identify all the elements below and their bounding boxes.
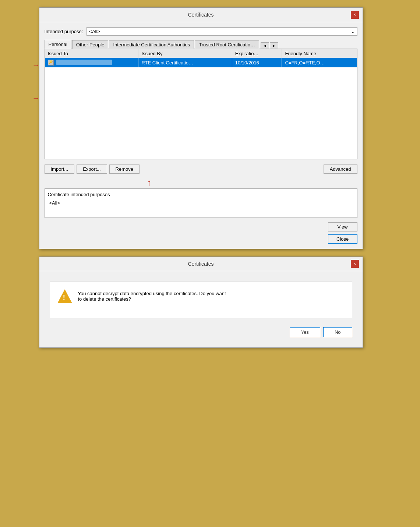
cert-table-container: Issued To Issued By Expiratio… Friendly … — [45, 49, 357, 159]
cell-issued-by: RTE Client Certificatio… — [138, 58, 232, 67]
confirm-message-line2: to delete the certificates? — [78, 296, 226, 302]
confirm-message-line1: You cannot decrypt data encrypted using … — [78, 291, 226, 296]
certificates-dialog-1: Certificates × Intended purpose: <All> ⌄… — [39, 7, 363, 249]
cert-table: Issued To Issued By Expiratio… Friendly … — [45, 49, 357, 67]
col-issued-by[interactable]: Issued By — [138, 49, 232, 58]
cert-purposes-section: Certificate intended purposes <All> — [45, 188, 357, 218]
up-arrow-icon: ↑ — [147, 178, 152, 187]
dialog-2-titlebar: Certificates × — [39, 257, 363, 271]
dialog-2-close-button[interactable]: × — [351, 260, 359, 268]
arrow-to-remove: ↑ — [0, 178, 357, 187]
main-wrapper: → → Certificates × Intended purpose: <Al… — [17, 7, 403, 348]
cert-purposes-title: Certificate intended purposes — [48, 192, 354, 197]
dialog-1-close-button[interactable]: × — [351, 11, 359, 19]
close-button[interactable]: Close — [328, 234, 357, 244]
intended-purpose-select[interactable]: <All> ⌄ — [87, 27, 357, 36]
tab-trusted-root[interactable]: Trusted Root Certificatio… — [195, 40, 259, 49]
dialog-1-body: Intended purpose: <All> ⌄ Personal Other… — [39, 22, 363, 249]
confirm-message-text: You cannot decrypt data encrypted using … — [78, 289, 226, 302]
cert-purposes-value: <All> — [48, 199, 354, 206]
tab-other-people[interactable]: Other People — [72, 40, 109, 49]
tab-intermediate-ca-label: Intermediate Certification Authorities — [113, 42, 190, 47]
table-row[interactable]: 🔑 ████████████ RTE Client Certificatio… … — [45, 58, 357, 67]
export-button[interactable]: Export... — [77, 165, 107, 174]
close-button-row: Close — [45, 234, 357, 244]
dialog-2-title: Certificates — [148, 261, 254, 267]
dialog-1-title: Certificates — [148, 12, 254, 18]
action-buttons-row: Import... Export... Remove Advanced — [45, 165, 357, 174]
tab-personal-label: Personal — [49, 42, 67, 47]
view-button[interactable]: View — [328, 222, 357, 231]
cell-friendly-name: C=FR,O=RTE,O… — [282, 58, 357, 67]
dropdown-chevron-icon: ⌄ — [351, 29, 355, 34]
intended-purpose-value: <All> — [89, 29, 100, 34]
col-issued-to[interactable]: Issued To — [45, 49, 138, 58]
tab-intermediate-ca[interactable]: Intermediate Certification Authorities — [109, 40, 194, 49]
tab-personal[interactable]: Personal — [45, 40, 71, 49]
tab-other-people-label: Other People — [76, 42, 105, 47]
tab-scroll-right-button[interactable]: ► — [270, 42, 278, 49]
intended-purpose-label: Intended purpose: — [45, 29, 83, 34]
table-header-row: Issued To Issued By Expiratio… Friendly … — [45, 49, 357, 58]
intended-purpose-row: Intended purpose: <All> ⌄ — [45, 27, 357, 36]
import-button[interactable]: Import... — [45, 165, 75, 174]
confirm-buttons-row: Yes No — [45, 323, 357, 342]
tab-trusted-root-label: Trusted Root Certificatio… — [199, 42, 255, 47]
col-expiration[interactable]: Expiratio… — [232, 49, 282, 58]
tab-scroll-left-button[interactable]: ◄ — [261, 42, 269, 49]
tabs-container: Personal Other People Intermediate Certi… — [45, 39, 357, 49]
issued-to-value: ████████████ — [56, 60, 112, 65]
col-friendly-name[interactable]: Friendly Name — [282, 49, 357, 58]
yes-button[interactable]: Yes — [290, 327, 320, 337]
arrow-to-personal-tab: → — [32, 61, 40, 69]
arrow-to-cert-row: → — [32, 94, 40, 102]
view-button-row: View — [45, 222, 357, 231]
remove-button[interactable]: Remove — [109, 165, 140, 174]
dialog-1-titlebar: Certificates × — [39, 8, 363, 22]
warning-icon: ! — [57, 289, 72, 304]
no-button[interactable]: No — [323, 327, 352, 337]
dialog-2-body: ! You cannot decrypt data encrypted usin… — [39, 271, 363, 347]
certificates-dialog-2: Certificates × ! You cannot decrypt data… — [39, 257, 363, 348]
cell-issued-to: 🔑 ████████████ — [45, 58, 138, 67]
advanced-button[interactable]: Advanced — [324, 165, 357, 174]
confirm-message-area: ! You cannot decrypt data encrypted usin… — [50, 282, 352, 318]
cert-icon: 🔑 — [48, 60, 54, 66]
cell-expiration: 10/10/2016 — [232, 58, 282, 67]
